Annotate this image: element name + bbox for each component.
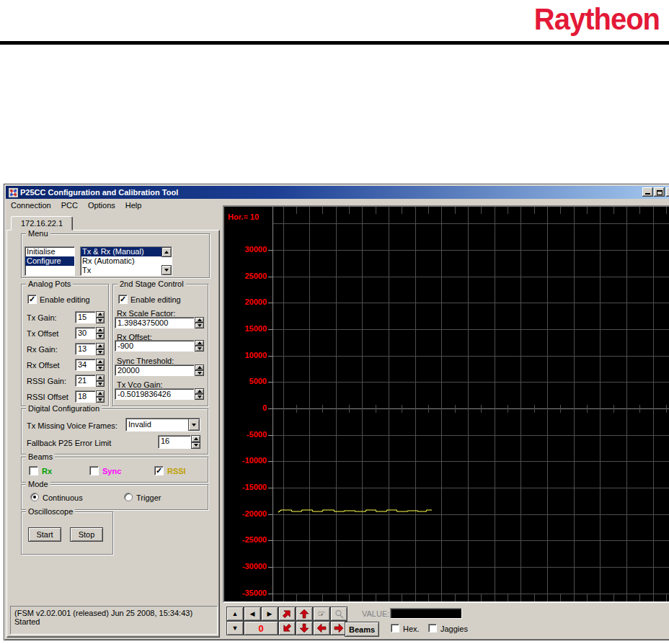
pan-up-button[interactable]: ▲ [226, 607, 244, 621]
spin-up-icon[interactable] [96, 375, 105, 381]
tx-gain-spinner[interactable] [96, 311, 105, 323]
left-arrow-icon: ◀ [250, 611, 255, 617]
spin-up-icon[interactable] [96, 343, 105, 349]
pan-left-button[interactable]: ◀ [244, 607, 261, 621]
value-field[interactable] [390, 608, 462, 619]
spin-down-icon[interactable] [195, 323, 204, 328]
spin-down-icon[interactable] [195, 346, 204, 352]
mode-label: Mode [26, 480, 50, 488]
dropdown-button[interactable] [188, 419, 200, 431]
spin-up-icon[interactable] [195, 388, 204, 394]
rx-scale-factor-field[interactable]: 1.3984375000 [115, 317, 195, 328]
rssi-gain-field[interactable]: 21 [75, 375, 96, 387]
stage2-rx-offset-field[interactable]: -900 [115, 340, 195, 352]
spin-down-icon[interactable] [96, 381, 105, 388]
spin-up-icon[interactable] [191, 435, 200, 442]
sync-threshold-field[interactable]: 20000 [115, 365, 195, 376]
hex-checkbox[interactable] [391, 624, 399, 632]
list-item-tx-rx-manual[interactable]: Tx & Rx (Manual) [81, 247, 161, 256]
status-box: (FSM v2.02.001 (released) Jun 25 2008, 1… [10, 606, 218, 635]
rx-offset-field[interactable]: 34 [75, 359, 96, 371]
menu-help[interactable]: Help [120, 200, 147, 211]
rx-offset-spinner[interactable] [96, 359, 105, 371]
mode-trigger-label: Trigger [136, 493, 161, 502]
spin-down-icon[interactable] [96, 334, 105, 340]
stop-button[interactable]: Stop [70, 527, 103, 542]
tx-offset-field[interactable]: 30 [75, 327, 96, 339]
sync-threshold-spinner[interactable] [195, 365, 204, 376]
spin-down-icon[interactable] [96, 397, 105, 403]
spin-down-icon[interactable] [96, 349, 105, 356]
maximize-button[interactable] [654, 187, 665, 197]
position-counter: 0 [244, 621, 278, 635]
spin-up-icon[interactable] [96, 327, 105, 334]
mode-trigger-radio[interactable] [124, 493, 133, 501]
mode-listbox[interactable]: Initialise Configure [25, 246, 75, 276]
spin-up-icon[interactable] [195, 365, 204, 370]
beam-rssi-label: RSSI [167, 467, 186, 475]
list-item-initialise[interactable]: Initialise [25, 247, 74, 256]
spin-down-icon[interactable] [195, 370, 204, 376]
hscale-left-button[interactable] [313, 621, 330, 635]
tx-missing-voice-frames-label: Tx Missing Voice Frames: [27, 421, 118, 430]
minimize-button[interactable] [642, 187, 653, 197]
pan-right-button[interactable]: ▶ [261, 607, 278, 621]
close-button[interactable] [666, 187, 669, 197]
stage2-enable-editing-checkbox[interactable]: ✓ [118, 295, 128, 304]
beam-rx-checkbox[interactable] [29, 466, 38, 475]
scale-up-ne-button[interactable] [278, 607, 296, 621]
beam-rssi-checkbox[interactable]: ✓ [154, 466, 164, 475]
minimize-icon [645, 193, 650, 194]
rx-gain-field[interactable]: 13 [75, 343, 96, 355]
checkmark-icon: ✓ [29, 295, 35, 303]
spin-down-icon[interactable] [195, 394, 204, 400]
spin-up-icon[interactable] [195, 340, 204, 346]
spin-up-icon[interactable] [96, 311, 105, 318]
spin-up-icon[interactable] [96, 390, 105, 397]
spin-up-icon[interactable] [96, 359, 105, 365]
tx-vco-gain-spinner[interactable] [195, 388, 204, 400]
menu-options[interactable]: Options [83, 200, 120, 211]
pan-down-button[interactable]: ▼ [226, 621, 244, 635]
rx-scale-factor-spinner[interactable] [195, 317, 204, 328]
title-bar[interactable]: P25CC Configuration and Calibration Tool [6, 186, 669, 199]
stage2-rx-offset-spinner[interactable] [195, 340, 204, 352]
pointer-tool-button[interactable]: ☞ [313, 607, 330, 621]
spin-down-icon[interactable] [191, 442, 200, 450]
listbox-scroll-down-button[interactable] [161, 265, 172, 275]
scale-down-sw-button[interactable] [278, 621, 296, 635]
list-item-rx-automatic[interactable]: Rx (Automatic) [81, 256, 161, 266]
tab-connection[interactable]: 172.16.22.1 [11, 216, 73, 231]
tx-missing-voice-frames-dropdown[interactable]: Invalid [125, 418, 200, 431]
list-item-tx[interactable]: Tx [81, 266, 161, 275]
rssi-gain-spinner[interactable] [96, 375, 105, 387]
menu-connection[interactable]: Connection [6, 200, 56, 211]
tx-vco-gain-field[interactable]: -0.5019836426 [115, 388, 195, 400]
menu-pcc[interactable]: PCC [56, 200, 83, 211]
spin-down-icon[interactable] [96, 365, 105, 372]
rssi-offset-spinner[interactable] [96, 390, 105, 403]
spin-down-icon[interactable] [96, 318, 105, 324]
zoom-tool-button[interactable] [330, 607, 347, 621]
beams-button[interactable]: Beams [345, 622, 379, 637]
jaggies-checkbox[interactable] [428, 624, 437, 632]
submode-listbox[interactable]: Tx & Rx (Manual) Rx (Automatic) Tx [80, 246, 172, 276]
start-button-label: Start [36, 530, 53, 539]
hand-pointer-icon: ☞ [318, 609, 326, 619]
analog-enable-editing-checkbox[interactable]: ✓ [27, 295, 37, 304]
listbox-scroll-up-button[interactable] [161, 247, 172, 257]
beam-sync-checkbox[interactable] [89, 466, 99, 475]
spin-up-icon[interactable] [195, 317, 204, 323]
start-button[interactable]: Start [28, 527, 61, 542]
tx-offset-spinner[interactable] [96, 327, 105, 339]
rx-offset-label: Rx Offset [27, 361, 60, 370]
scale-up-button[interactable] [296, 607, 313, 621]
rssi-offset-field[interactable]: 18 [75, 390, 96, 403]
tx-gain-field[interactable]: 15 [75, 311, 96, 323]
rx-gain-spinner[interactable] [96, 343, 105, 355]
fallback-p25-error-limit-spinner[interactable] [191, 435, 200, 449]
list-item-configure[interactable]: Configure [25, 256, 74, 266]
scale-down-button[interactable] [296, 621, 313, 635]
mode-continuous-radio[interactable] [30, 493, 39, 501]
fallback-p25-error-limit-field[interactable]: 16 [158, 435, 191, 449]
